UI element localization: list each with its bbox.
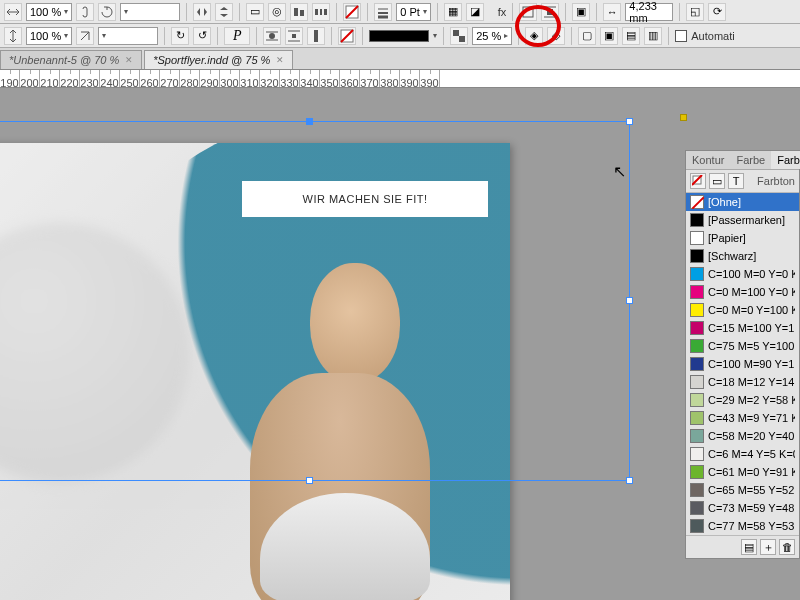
handle-mid-right[interactable] [626,297,633,304]
rotate-dropdown[interactable]: ▾ [120,3,180,21]
stroke-none-icon[interactable] [338,27,356,45]
panel-tab-farbfelder[interactable]: Farb [771,151,800,169]
text-wrap-invert-icon[interactable]: ◇ [547,27,565,45]
swatch-row[interactable]: C=29 M=2 Y=58 K [686,391,799,409]
handle-top-mid[interactable] [306,118,313,125]
separator [518,27,519,45]
swatch-label: C=65 M=55 Y=52 K [708,484,795,496]
measure-input[interactable]: 4,233 mm [625,3,673,21]
scale-y-dropdown[interactable]: 100 %▾ [26,27,72,45]
chevron-down-icon: ▾ [102,31,106,40]
document-tab-0[interactable]: *Unbenannt-5 @ 70 %✕ [0,50,142,69]
fit-content-icon[interactable]: ▢ [578,27,596,45]
ruler-tick: 210 [40,70,60,87]
drop-shadow-icon[interactable]: ◪ [466,3,484,21]
rotate-ccw-icon[interactable]: ↺ [193,27,211,45]
swatch-row[interactable]: C=15 M=100 Y=1 [686,319,799,337]
headline-text-frame[interactable]: WIR MACHEN SIE FIT! [242,181,488,217]
distribute-icon[interactable] [312,3,330,21]
fit-frame-icon[interactable]: ▣ [600,27,618,45]
formatting-container-icon[interactable]: ▭ [709,173,725,189]
chevron-down-icon: ▾ [64,7,68,16]
swatch-row[interactable]: C=75 M=5 Y=100 K [686,337,799,355]
wrap-jump-icon[interactable] [285,27,303,45]
handle-top-right[interactable] [626,118,633,125]
swatch-row[interactable]: C=0 M=0 Y=100 K [686,301,799,319]
paragraph-style-icon[interactable]: P [224,27,250,45]
ruler-tick: 220 [60,70,80,87]
horizontal-ruler[interactable]: 1902002102202302402502602702802903003103… [0,70,800,88]
automatic-label: Automati [691,30,734,42]
select-container-icon[interactable]: ▭ [246,3,264,21]
close-icon[interactable]: ✕ [276,55,284,65]
text-wrap-shape-icon[interactable]: ◈ [525,27,543,45]
close-icon[interactable]: ✕ [125,55,133,65]
swatch-row[interactable]: C=58 M=20 Y=40 K [686,427,799,445]
panel-tab-farbe[interactable]: Farbe [730,151,771,169]
flip-v-icon[interactable] [215,3,233,21]
swatch-color-chip [690,519,704,533]
swatch-row[interactable]: C=100 M=90 Y=1 [686,355,799,373]
swatch-row[interactable]: [Passermarken] [686,211,799,229]
select-content-icon[interactable]: ◎ [268,3,286,21]
frame-fit-icon[interactable]: ▣ [572,3,590,21]
canvas[interactable]: WIR MACHEN SIE FIT! [0,88,800,600]
transform-again-icon[interactable]: ⟳ [708,3,726,21]
constrain-proportions-icon[interactable] [76,3,94,21]
swatch-row[interactable]: [Schwarz] [686,247,799,265]
stroke-style-dropdown[interactable] [369,30,429,42]
automatic-checkbox[interactable] [675,30,687,42]
ruler-tick: 230 [80,70,100,87]
opacity-dropdown[interactable]: 25 %▸ [472,27,512,45]
center-content-icon[interactable]: ▤ [622,27,640,45]
wrap-column-icon[interactable] [307,27,325,45]
separator [336,3,337,21]
new-swatch-icon[interactable]: ▤ [741,539,757,555]
swatch-row[interactable]: C=0 M=100 Y=0 K [686,283,799,301]
measure-icon[interactable]: ↔ [603,3,621,21]
scale-x-icon[interactable] [4,3,22,21]
shear-dropdown[interactable]: ▾ [98,27,158,45]
separator [239,3,240,21]
text-wrap-none-icon[interactable] [519,3,537,21]
text-wrap-bounding-icon[interactable] [541,3,559,21]
swatch-row[interactable]: C=77 M=58 Y=53 K [686,517,799,535]
swatch-row[interactable]: C=61 M=0 Y=91 K [686,463,799,481]
document-tab-1[interactable]: *Sportflyer.indd @ 75 %✕ [144,50,293,69]
wrap-object-icon[interactable] [263,27,281,45]
swatch-row[interactable]: C=18 M=12 Y=14 K [686,373,799,391]
stroke-weight-icon[interactable] [374,3,392,21]
swatch-row[interactable]: C=43 M=9 Y=71 K [686,409,799,427]
ruler-tick: 280 [180,70,200,87]
swatch-row[interactable]: C=65 M=55 Y=52 K [686,481,799,499]
shear-icon[interactable] [76,27,94,45]
swatch-row[interactable]: [Papier] [686,229,799,247]
ruler-tick: 390 [420,70,440,87]
swatch-row[interactable]: C=73 M=59 Y=48 K [686,499,799,517]
svg-rect-10 [523,7,533,17]
scale-x-dropdown[interactable]: 100 %▾ [26,3,72,21]
new-swatch-button-icon[interactable]: ＋ [760,539,776,555]
rotate-cw-icon[interactable]: ↻ [171,27,189,45]
opacity-icon[interactable] [450,27,468,45]
document-page[interactable]: WIR MACHEN SIE FIT! [0,143,510,600]
flip-h-icon[interactable] [193,3,211,21]
fill-stroke-toggle-icon[interactable] [690,173,706,189]
corner-options-icon[interactable]: ◱ [686,3,704,21]
scale-y-icon[interactable] [4,27,22,45]
document-tab-label: *Sportflyer.indd @ 75 % [153,54,270,66]
handle-rotation[interactable] [680,114,687,121]
fit-proportional-icon[interactable]: ▥ [644,27,662,45]
fill-none-icon[interactable] [343,3,361,21]
align-icon[interactable] [290,3,308,21]
panel-tab-kontur[interactable]: Kontur [686,151,730,169]
delete-swatch-icon[interactable]: 🗑 [779,539,795,555]
effects-icon[interactable]: ▦ [444,3,462,21]
handle-bottom-right[interactable] [626,477,633,484]
swatch-row[interactable]: [Ohne] [686,193,799,211]
rotate-icon[interactable] [98,3,116,21]
formatting-text-icon[interactable]: T [728,173,744,189]
stroke-weight-dropdown[interactable]: 0 Pt▾ [396,3,431,21]
swatch-row[interactable]: C=6 M=4 Y=5 K=0 [686,445,799,463]
swatch-row[interactable]: C=100 M=0 Y=0 K [686,265,799,283]
